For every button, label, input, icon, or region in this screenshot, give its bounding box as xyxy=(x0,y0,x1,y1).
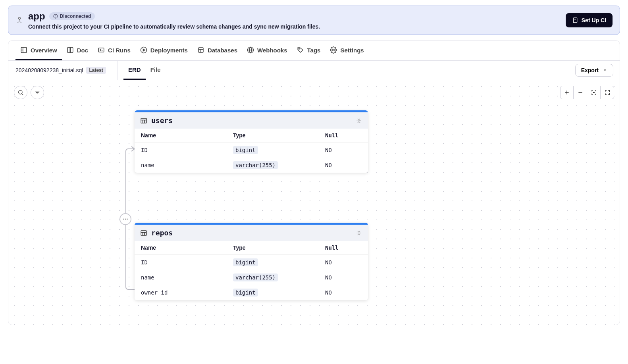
database-icon xyxy=(197,46,204,54)
project-logo-icon xyxy=(15,16,23,24)
tab-webhooks[interactable]: Webhooks xyxy=(242,41,292,60)
column-header-row: Name Type Null xyxy=(135,241,368,255)
table-name: repos xyxy=(151,229,351,237)
gear-icon xyxy=(330,46,337,54)
erd-table-repos[interactable]: repos Name Type Null ID bigint NO name v… xyxy=(135,223,368,300)
center-icon xyxy=(591,89,597,96)
zoom-in-button[interactable] xyxy=(560,86,574,99)
ci-banner: app Disconnected Connect this project to… xyxy=(8,6,620,35)
zoom-out-button[interactable] xyxy=(574,86,587,99)
caret-down-icon xyxy=(603,68,607,73)
runs-icon xyxy=(98,46,105,54)
center-button[interactable] xyxy=(587,86,601,99)
svg-line-21 xyxy=(22,94,23,95)
connection-status-badge: Disconnected xyxy=(49,12,95,20)
column-row: name varchar(255) NO xyxy=(135,270,368,285)
filter-button[interactable] xyxy=(31,86,44,99)
svg-point-28 xyxy=(593,92,594,93)
overview-icon xyxy=(20,46,27,54)
migration-file[interactable]: 20240208092238_initial.sql Latest xyxy=(8,61,118,80)
expand-icon xyxy=(604,89,611,96)
view-tabs: ERD File xyxy=(118,61,575,80)
column-row: name varchar(255) NO xyxy=(135,158,368,173)
table-icon xyxy=(140,117,147,124)
view-tab-erd[interactable]: ERD xyxy=(123,61,146,80)
book-icon xyxy=(67,46,74,54)
tab-settings[interactable]: Settings xyxy=(325,41,368,60)
latest-badge: Latest xyxy=(86,67,106,74)
search-icon xyxy=(17,89,24,96)
canvas-tools-left xyxy=(14,86,44,99)
svg-point-0 xyxy=(19,17,21,19)
minus-icon xyxy=(577,89,584,96)
search-button[interactable] xyxy=(14,86,27,99)
tag-icon xyxy=(297,46,304,54)
filter-icon xyxy=(34,89,40,96)
column-header-row: Name Type Null xyxy=(135,129,368,143)
erd-canvas[interactable]: ⋯ users Name Type Null ID bigint NO name xyxy=(8,80,620,325)
tab-ci-runs[interactable]: CI Runs xyxy=(93,41,135,60)
tab-overview[interactable]: Overview xyxy=(15,41,62,60)
collapse-icon[interactable] xyxy=(355,229,362,237)
banner-subtitle: Connect this project to your CI pipeline… xyxy=(28,23,561,30)
svg-rect-35 xyxy=(141,231,146,235)
canvas-tools-right xyxy=(560,86,614,99)
column-row: ID bigint NO xyxy=(135,143,368,158)
setup-ci-button[interactable]: Set Up CI xyxy=(566,13,613,27)
subheader: 20240208092238_initial.sql Latest ERD Fi… xyxy=(8,61,620,80)
play-icon xyxy=(140,46,147,54)
project-title: app xyxy=(28,11,45,22)
erd-table-users[interactable]: users Name Type Null ID bigint NO name v… xyxy=(135,110,368,173)
svg-point-18 xyxy=(299,48,299,49)
info-icon xyxy=(53,14,58,19)
file-icon xyxy=(572,17,578,23)
collapse-icon[interactable] xyxy=(355,117,362,124)
tab-doc[interactable]: Doc xyxy=(62,41,93,60)
tab-deployments[interactable]: Deployments xyxy=(135,41,193,60)
edge-menu-button[interactable]: ⋯ xyxy=(119,213,131,225)
table-name: users xyxy=(151,116,351,125)
main-panel: Overview Doc CI Runs Deployments Databas… xyxy=(8,40,620,325)
svg-point-20 xyxy=(19,91,22,94)
svg-marker-12 xyxy=(143,49,145,51)
fit-button[interactable] xyxy=(601,86,614,99)
export-button[interactable]: Export xyxy=(575,64,613,77)
column-row: ID bigint NO xyxy=(135,255,368,270)
svg-rect-4 xyxy=(573,18,577,23)
column-row: owner_id bigint NO xyxy=(135,285,368,300)
table-icon xyxy=(140,229,147,237)
svg-rect-13 xyxy=(198,48,203,52)
view-tab-file[interactable]: File xyxy=(146,61,166,80)
svg-point-3 xyxy=(55,17,56,17)
svg-rect-29 xyxy=(141,118,146,123)
globe-icon xyxy=(247,46,254,54)
primary-tabs: Overview Doc CI Runs Deployments Databas… xyxy=(8,41,620,61)
tab-tags[interactable]: Tags xyxy=(292,41,326,60)
tab-databases[interactable]: Databases xyxy=(193,41,242,60)
plus-icon xyxy=(564,89,570,96)
svg-point-19 xyxy=(333,49,335,51)
